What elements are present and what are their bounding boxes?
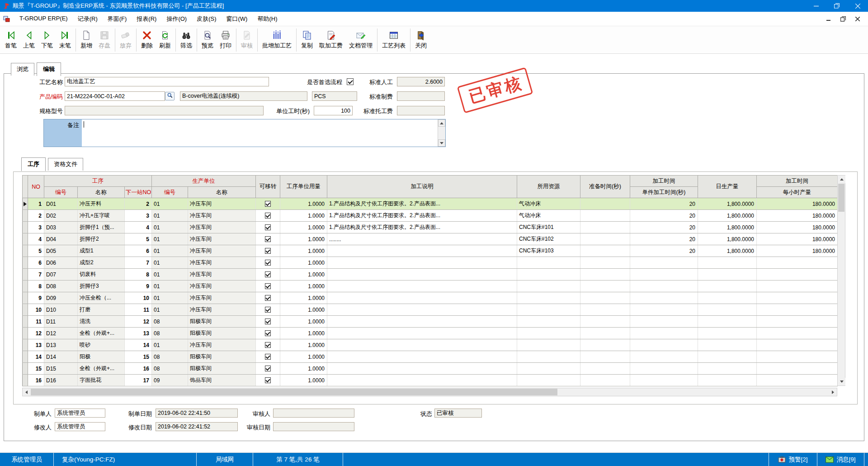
cell-unit-process-time[interactable]: 20 — [630, 222, 698, 233]
cell-next-station[interactable]: 2 — [125, 198, 152, 210]
window-restore-button[interactable] — [826, 0, 847, 12]
movable-checkbox[interactable] — [265, 354, 271, 360]
cell-prep-time[interactable] — [580, 198, 630, 210]
cell-description[interactable] — [327, 281, 517, 292]
cell-description[interactable]: ........ — [327, 233, 517, 245]
cell-resource[interactable] — [517, 281, 580, 292]
grid-row[interactable]: 15D15全检（外观+...1608阳极车间1.0000 — [23, 363, 838, 375]
cell-hourly-output[interactable] — [757, 375, 838, 386]
cell-unit-code[interactable]: 01 — [152, 245, 188, 257]
grid-row[interactable]: 11D11清洗1208阳极车间1.0000 — [23, 316, 838, 328]
cell-process-name[interactable]: 阳极 — [78, 351, 125, 363]
cell-daily-output[interactable] — [698, 339, 757, 351]
movable-checkbox[interactable] — [265, 213, 271, 219]
cell-unit-name[interactable]: 冲压车间 — [188, 245, 256, 257]
cell-description[interactable] — [327, 375, 517, 386]
cell-resource[interactable] — [517, 292, 580, 304]
remark-textarea[interactable] — [82, 119, 438, 147]
cell-process-code[interactable]: D15 — [44, 363, 78, 375]
toolbar-button-filter[interactable]: 筛选 — [177, 28, 195, 50]
cell-unit-name[interactable]: 冲压车间 — [188, 257, 256, 269]
cell-no[interactable]: 6 — [28, 257, 44, 269]
cell-process-name[interactable]: 折脚仔3 — [78, 281, 125, 292]
scroll-up-button[interactable] — [438, 119, 445, 127]
cell-resource[interactable] — [517, 304, 580, 316]
menu-item[interactable]: 报表(R) — [132, 13, 161, 25]
tab-qualification-files[interactable]: 资格文件 — [48, 158, 83, 171]
cell-unit-usage[interactable]: 1.0000 — [280, 339, 327, 351]
cell-process-code[interactable]: D08 — [44, 281, 78, 292]
cell-next-station[interactable]: 15 — [125, 351, 152, 363]
cell-process-code[interactable]: D07 — [44, 269, 78, 281]
cell-movable[interactable] — [256, 316, 280, 328]
cell-unit-usage[interactable]: 1.0000 — [280, 363, 327, 375]
row-indicator-cell[interactable] — [23, 339, 28, 351]
cell-next-station[interactable]: 14 — [125, 339, 152, 351]
cell-description[interactable] — [327, 304, 517, 316]
cell-prep-time[interactable] — [580, 328, 630, 339]
cell-no[interactable]: 12 — [28, 328, 44, 339]
cell-unit-process-time[interactable]: 20 — [630, 233, 698, 245]
row-indicator-cell[interactable] — [23, 222, 28, 233]
cell-no[interactable]: 16 — [28, 375, 44, 386]
cell-no[interactable]: 15 — [28, 363, 44, 375]
menu-item[interactable]: 记录(R) — [73, 13, 103, 25]
scroll-down-button[interactable] — [838, 378, 845, 385]
cell-next-station[interactable]: 10 — [125, 292, 152, 304]
movable-checkbox[interactable] — [265, 248, 271, 254]
cell-unit-name[interactable]: 冲压车间 — [188, 292, 256, 304]
grid-row[interactable]: 16D16字面批花1709饰品车间1.0000 — [23, 375, 838, 386]
menu-item[interactable]: 操作(O) — [161, 13, 192, 25]
cell-description[interactable] — [327, 316, 517, 328]
movable-checkbox[interactable] — [265, 366, 271, 371]
menu-item[interactable]: 皮肤(S) — [192, 13, 221, 25]
cell-unit-name[interactable]: 冲压车间 — [188, 304, 256, 316]
cell-unit-process-time[interactable]: 20 — [630, 198, 698, 210]
cell-process-code[interactable]: D12 — [44, 328, 78, 339]
grid-row[interactable]: 4D04折脚仔2501冲压车间1.0000........CNC车床#10220… — [23, 233, 838, 245]
cell-daily-output[interactable] — [698, 304, 757, 316]
cell-unit-code[interactable]: 01 — [152, 257, 188, 269]
row-indicator-cell[interactable] — [23, 233, 28, 245]
cell-prep-time[interactable] — [580, 210, 630, 222]
cell-process-code[interactable]: D01 — [44, 198, 78, 210]
cell-unit-usage[interactable]: 1.0000 — [280, 245, 327, 257]
movable-checkbox[interactable] — [265, 260, 271, 266]
cell-movable[interactable] — [256, 328, 280, 339]
scroll-right-button[interactable] — [829, 388, 837, 396]
cell-description[interactable] — [327, 245, 517, 257]
cell-process-name[interactable]: 切废料 — [78, 269, 125, 281]
movable-checkbox[interactable] — [265, 307, 271, 313]
toolbar-button-delete[interactable]: 删除 — [138, 28, 156, 50]
window-close-button[interactable] — [847, 0, 868, 12]
cell-resource[interactable] — [517, 351, 580, 363]
cell-no[interactable]: 2 — [28, 210, 44, 222]
cell-unit-name[interactable]: 冲压车间 — [188, 222, 256, 233]
cell-unit-process-time[interactable] — [630, 351, 698, 363]
toolbar-button-process-list[interactable]: 工艺列表 — [379, 28, 409, 50]
cell-hourly-output[interactable] — [757, 339, 838, 351]
cell-process-code[interactable]: D09 — [44, 292, 78, 304]
cell-description[interactable] — [327, 269, 517, 281]
cell-unit-name[interactable]: 冲压车间 — [188, 281, 256, 292]
cell-daily-output[interactable] — [698, 316, 757, 328]
cell-next-station[interactable]: 8 — [125, 269, 152, 281]
grid-row[interactable]: 14D14阳极1508阳极车间1.0000 — [23, 351, 838, 363]
row-indicator-cell[interactable] — [23, 245, 28, 257]
cell-unit-name[interactable]: 阳极车间 — [188, 316, 256, 328]
cell-daily-output[interactable] — [698, 351, 757, 363]
grid-row[interactable]: 12D12全检（外观+...1308阳极车间1.0000 — [23, 328, 838, 339]
cell-daily-output[interactable] — [698, 269, 757, 281]
toolbar-button-nav-last[interactable]: 末笔 — [56, 28, 74, 50]
cell-unit-code[interactable]: 01 — [152, 269, 188, 281]
process-name-input[interactable] — [65, 77, 269, 86]
cell-next-station[interactable]: 9 — [125, 281, 152, 292]
cell-no[interactable]: 13 — [28, 339, 44, 351]
cell-prep-time[interactable] — [580, 316, 630, 328]
cell-movable[interactable] — [256, 198, 280, 210]
cell-process-name[interactable]: 折脚仔1（预... — [78, 222, 125, 233]
cell-unit-process-time[interactable] — [630, 257, 698, 269]
grid-row[interactable]: 1D01冲压开料201冲压车间1.00001.产品结构及尺寸依工序图要求。2.产… — [23, 198, 838, 210]
cell-no[interactable]: 8 — [28, 281, 44, 292]
cell-unit-code[interactable]: 01 — [152, 198, 188, 210]
